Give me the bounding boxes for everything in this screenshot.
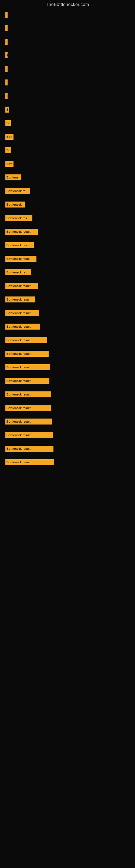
bar-label: Bottleneck result (6, 433, 31, 437)
bar-label: Bottleneck result (6, 420, 31, 423)
bar-spacer (5, 439, 130, 445)
site-title: TheBottlenecker.com (0, 0, 135, 8)
bar-label: B (6, 108, 9, 111)
bar-row: Bottleneck res (5, 214, 130, 222)
bar: Bottleneck re (5, 188, 30, 194)
bar-spacer (5, 358, 130, 364)
bar-label: | (6, 13, 7, 16)
bar: Bottleneck result (5, 283, 38, 289)
bar-row: Bottleneck result (5, 350, 130, 358)
bar-spacer (5, 317, 130, 323)
bar-spacer (5, 331, 130, 336)
bar: Bottleneck result (5, 446, 53, 452)
bar-label: Bottleneck re (6, 271, 26, 274)
bar-spacer (5, 209, 130, 214)
bar-spacer (5, 155, 130, 160)
bar: Bottleneck res (5, 215, 32, 221)
bar-row: I (5, 65, 130, 73)
bar-label: Bo (6, 149, 10, 152)
bar: Bottleneck result (5, 351, 49, 357)
bar-row: I (5, 79, 130, 86)
bar-spacer (5, 372, 130, 377)
bar-row: Bo (5, 119, 130, 127)
bar-label: Bottleneck result (6, 447, 31, 450)
bar: Bottleneck res (5, 242, 34, 248)
bar: E (5, 52, 8, 58)
bar-row: Bottleneck result (5, 336, 130, 344)
bar-row: Bottleneck result (5, 377, 130, 384)
bar-row: Bottleneck res (5, 241, 130, 249)
bar: Bo (5, 120, 11, 126)
bar: Bottleneck resu (5, 297, 35, 303)
bar-spacer (5, 60, 130, 65)
bar-label: Bottleneck result (6, 284, 31, 287)
bar-label: I (6, 81, 7, 84)
bar: Bottleneck result (5, 364, 50, 370)
bar-spacer (5, 73, 130, 79)
bar-spacer (5, 453, 130, 458)
bar-row: Bottleneck resu (5, 296, 130, 303)
bar-label: E (6, 54, 8, 57)
bar: Bottlene (5, 175, 21, 180)
bar-label: Bottleneck resu (6, 298, 29, 301)
bar: B (5, 106, 9, 113)
bar-label: Bottleneck (6, 203, 21, 206)
bar-row: E (5, 92, 130, 100)
bar: I (5, 39, 8, 45)
bar-label: Bottleneck result (6, 406, 31, 410)
bar-spacer (5, 236, 130, 241)
bar-row: E (5, 52, 130, 59)
bar-spacer (5, 412, 130, 418)
bar-row: B (5, 106, 130, 113)
bar-label: E (6, 94, 8, 98)
bar-spacer (5, 87, 130, 92)
bar-row: Bottleneck result (5, 445, 130, 453)
bar-spacer (5, 33, 130, 38)
bar-row: Bottleneck result (5, 364, 130, 371)
bar-label: I (6, 27, 7, 30)
bar: Bottleneck result (5, 392, 51, 397)
bar: Bottleneck result (5, 459, 54, 465)
bar-row: Bottleneck resul (5, 255, 130, 262)
bar: Bottleneck re (5, 269, 31, 275)
bar-spacer (5, 290, 130, 296)
bar-label: I (6, 40, 7, 43)
bar: Bottleneck result (5, 432, 53, 438)
bar-spacer (5, 426, 130, 431)
bar-spacer (5, 168, 130, 174)
bar-label: Bott (6, 162, 12, 165)
bar: E (5, 93, 8, 99)
bar-row: I (5, 24, 130, 32)
bar: Bottleneck result (5, 229, 38, 235)
bar-label: Bottleneck result (6, 352, 31, 355)
bar-row: Bottleneck result (5, 431, 130, 439)
bar: Bo (5, 147, 11, 153)
bar-spacer (5, 385, 130, 391)
bar-spacer (5, 304, 130, 309)
bar-spacer (5, 263, 130, 269)
bar: Bottleneck resul (5, 256, 37, 262)
bar: Bottleneck result (5, 405, 51, 411)
bar-row: I (5, 38, 130, 45)
bar-spacer (5, 195, 130, 201)
bar-row: Bottleneck result (5, 228, 130, 236)
chart-area: |IIEIIEBBoBottBoBottBottleneBottleneck r… (0, 8, 135, 469)
bar: Bottleneck result (5, 418, 52, 425)
bar-row: Bottleneck re (5, 187, 130, 195)
bar-spacer (5, 141, 130, 147)
bar-label: Bottlene (6, 176, 18, 179)
bar-spacer (5, 19, 130, 24)
bar-row: Bottleneck result (5, 323, 130, 330)
bar: Bottleneck (5, 202, 25, 208)
bar-label: Bottleneck result (6, 393, 31, 396)
bar-label: Bottleneck result (6, 339, 31, 342)
bar-label: Bottleneck result (6, 311, 31, 315)
bar: Bottleneck result (5, 323, 40, 330)
bar-label: Bottleneck re (6, 189, 26, 193)
bar-label: Bottleneck resul (6, 257, 30, 260)
bar-row: Bottleneck result (5, 309, 130, 317)
bar-label: Bottleneck result (6, 230, 31, 233)
bar: Bott (5, 134, 13, 140)
bar-spacer (5, 277, 130, 282)
bar: Bottleneck result (5, 310, 39, 316)
